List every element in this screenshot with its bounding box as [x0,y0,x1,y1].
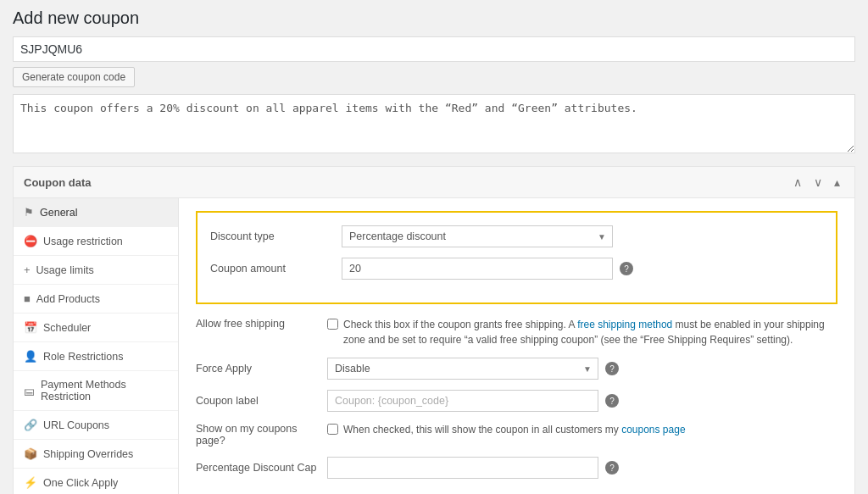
force-apply-field: Disable Enable ? [327,358,837,380]
coupon-label-row: Coupon label ? [196,390,837,412]
coupon-label-input[interactable] [327,390,598,412]
sidebar-item-scheduler[interactable]: 📅 Scheduler [14,314,178,342]
discount-type-field: Percentage discount Fixed cart discount … [342,225,823,247]
generate-coupon-button[interactable]: Generate coupon code [13,67,135,87]
coupon-data-body: ⚑ General ⛔ Usage restriction + Usage li… [14,198,854,494]
show-coupons-page-checkbox[interactable] [327,424,338,435]
sidebar-item-role-restrictions[interactable]: 👤 Role Restrictions [14,342,178,371]
show-coupons-page-label: Show on my coupons page? [196,422,327,447]
coupon-amount-help-icon[interactable]: ? [620,262,633,275]
sidebar-item-label-url-coupons: URL Coupons [43,419,109,431]
url-coupons-icon: 🔗 [24,419,37,431]
coupon-data-title: Coupon data [24,176,91,189]
highlighted-section: Discount type Percentage discount Fixed … [196,211,837,304]
usage-limits-icon: + [24,264,31,276]
sidebar-item-url-coupons[interactable]: 🔗 URL Coupons [14,411,178,440]
allow-free-shipping-row: Allow free shipping Check this box if th… [196,317,837,347]
coupon-amount-row: Coupon amount ? [210,258,823,280]
coupon-amount-input[interactable] [342,258,613,280]
sidebar-item-label-one-click-apply: One Click Apply [43,477,118,489]
discount-type-row: Discount type Percentage discount Fixed … [210,225,823,247]
coupon-data-panel: Coupon data ∧ ∨ ▴ ⚑ General ⛔ Usage rest… [13,166,855,494]
sidebar-item-label-payment-methods: Payment Methods Restriction [41,379,168,402]
role-restrictions-icon: 👤 [24,350,37,363]
coupon-label-label: Coupon label [196,395,327,407]
allow-free-shipping-label: Allow free shipping [196,317,327,330]
sidebar-item-label-shipping-overrides: Shipping Overrides [43,448,133,460]
show-coupons-page-content: When checked, this will show the coupon … [327,422,837,437]
sidebar-item-label-general: General [40,207,77,219]
coupons-page-link[interactable]: coupons page [621,424,685,436]
sidebar-item-add-products[interactable]: ■ Add Products [14,285,178,314]
force-apply-row: Force Apply Disable Enable ? [196,358,837,380]
force-apply-help-icon[interactable]: ? [605,362,619,375]
header-controls: ∧ ∨ ▴ [789,174,844,191]
force-apply-select[interactable]: Disable Enable [327,358,598,380]
free-shipping-link[interactable]: free shipping method [577,319,672,330]
general-icon: ⚑ [24,206,34,219]
sidebar-item-one-click-apply[interactable]: ⚡ One Click Apply [14,469,178,494]
allow-free-shipping-text: Check this box if the coupon grants free… [343,317,837,347]
force-apply-label: Force Apply [196,363,327,375]
discount-type-label: Discount type [210,230,342,242]
percentage-discount-cap-field: ? [327,457,837,479]
percentage-discount-cap-row: Percentage Discount Cap ? [196,457,837,479]
sidebar-item-label-scheduler: Scheduler [43,322,91,334]
coupon-label-help-icon[interactable]: ? [605,394,619,408]
toggle-button[interactable]: ▴ [830,174,844,191]
sidebar-item-usage-limits[interactable]: + Usage limits [14,256,178,285]
allow-free-shipping-checkbox[interactable] [327,319,338,330]
coupon-code-input[interactable] [13,36,855,62]
shipping-overrides-icon: 📦 [24,447,37,460]
sidebar-item-label-usage-restriction: Usage restriction [43,236,123,247]
discount-type-select-wrapper: Percentage discount Fixed cart discount … [342,225,613,247]
scheduler-icon: 📅 [24,321,37,334]
discount-type-select[interactable]: Percentage discount Fixed cart discount … [342,225,613,247]
allow-free-shipping-content: Check this box if the coupon grants free… [327,317,837,347]
sidebar-item-label-usage-limits: Usage limits [36,264,94,276]
coupon-data-header: Coupon data ∧ ∨ ▴ [14,167,854,198]
collapse-down-button[interactable]: ∨ [810,174,826,191]
page-title: Add new coupon [13,8,855,28]
collapse-up-button[interactable]: ∧ [789,174,806,191]
coupon-description[interactable]: This coupon offers a 20% discount on all… [13,94,855,153]
sidebar-item-label-role-restrictions: Role Restrictions [43,351,123,363]
show-coupons-page-row: Show on my coupons page? When checked, t… [196,422,837,447]
coupon-amount-label: Coupon amount [210,263,342,275]
coupon-amount-field: ? [342,258,823,280]
page-wrapper: Add new coupon Generate coupon code This… [0,0,868,494]
show-coupons-page-text: When checked, this will show the coupon … [343,422,686,437]
usage-restriction-icon: ⛔ [24,235,37,247]
percentage-discount-cap-input[interactable] [327,457,598,479]
one-click-apply-icon: ⚡ [24,476,37,489]
sidebar-item-general[interactable]: ⚑ General [14,198,178,227]
percentage-discount-cap-label: Percentage Discount Cap [196,462,327,474]
sidebar-item-label-add-products: Add Products [36,293,100,305]
sidebar-item-usage-restriction[interactable]: ⛔ Usage restriction [14,227,178,256]
percentage-discount-cap-help-icon[interactable]: ? [605,461,619,475]
sidebar-item-shipping-overrides[interactable]: 📦 Shipping Overrides [14,440,178,469]
sidebar-item-payment-methods[interactable]: 🖴 Payment Methods Restriction [14,371,178,411]
main-content: Discount type Percentage discount Fixed … [179,198,854,494]
sidebar: ⚑ General ⛔ Usage restriction + Usage li… [14,198,179,494]
coupon-label-field: ? [327,390,837,412]
payment-methods-icon: 🖴 [24,385,35,397]
force-apply-select-wrapper: Disable Enable [327,358,598,380]
add-products-icon: ■ [24,292,31,305]
